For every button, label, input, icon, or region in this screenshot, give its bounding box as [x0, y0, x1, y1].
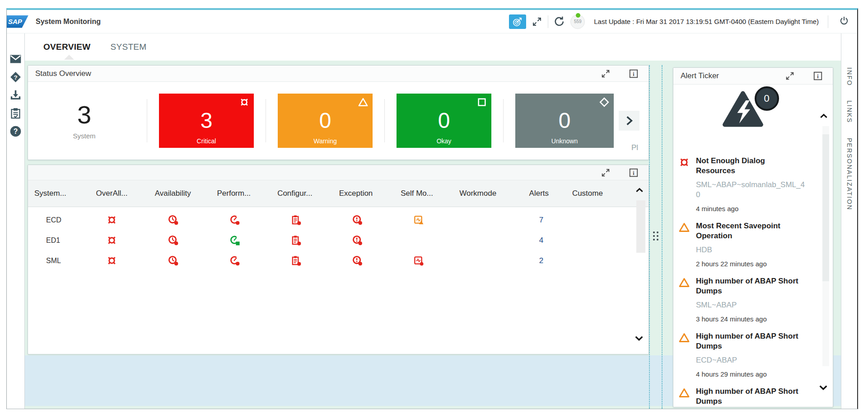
main-area: OVERVIEW SYSTEM Status Overview — [25, 33, 841, 409]
scroll-down-icon[interactable] — [817, 382, 829, 392]
tile-critical[interactable]: 3 Critical — [159, 94, 254, 148]
info-icon[interactable] — [629, 168, 639, 178]
alert-time: 4 hours 29 minutes ago — [696, 370, 806, 378]
col-availability[interactable]: Availability — [142, 189, 203, 198]
target-settings-button[interactable] — [509, 14, 526, 29]
fullscreen-icon[interactable] — [532, 16, 542, 27]
tile-unknown[interactable]: 0 Unknown — [515, 94, 614, 148]
logoff-button[interactable] — [834, 16, 854, 28]
chevron-right-icon — [623, 115, 635, 127]
table-row[interactable]: ED1 4 — [28, 230, 649, 250]
system-name[interactable]: ED1 — [28, 236, 81, 245]
configuration-status-icon[interactable] — [291, 215, 301, 225]
alert-item[interactable]: High number of ABAP Short Dumps — [679, 387, 815, 406]
help-diamond-icon[interactable] — [9, 71, 22, 83]
warning-label: Warning — [278, 137, 373, 145]
expand-panel-icon[interactable] — [785, 71, 795, 81]
tab-system[interactable]: SYSTEM — [110, 42, 146, 52]
availability-status-icon[interactable] — [168, 215, 178, 225]
configuration-status-icon[interactable] — [291, 255, 301, 266]
col-configuration[interactable]: Configur... — [264, 189, 325, 198]
panel-splitter[interactable] — [649, 65, 663, 409]
email-icon[interactable] — [9, 53, 22, 65]
overall-status-icon[interactable] — [107, 255, 117, 266]
table-scrollbar-thumb[interactable] — [636, 200, 645, 253]
tab-overview[interactable]: OVERVIEW — [43, 42, 90, 52]
col-self-monitoring[interactable]: Self Mo... — [387, 189, 448, 198]
table-row[interactable]: ECD 7 — [28, 210, 649, 230]
scroll-up-icon[interactable] — [818, 112, 829, 121]
tile-okay[interactable]: 0 Okay — [397, 94, 491, 148]
col-workmode[interactable]: Workmode — [448, 189, 509, 198]
rail-item-links[interactable]: LINKS — [846, 100, 853, 123]
unknown-label: Unknown — [515, 137, 614, 145]
tab-bar: OVERVIEW SYSTEM — [25, 33, 841, 61]
alert-severity-icon — [679, 222, 690, 233]
exception-status-icon[interactable] — [352, 255, 363, 266]
alerts-count-link[interactable]: 2 — [539, 256, 543, 265]
tile-warning[interactable]: 0 Warning — [278, 94, 373, 148]
truncated-tile-label: Pl — [631, 143, 642, 152]
alert-count-badge: 0 — [755, 86, 779, 111]
info-icon[interactable] — [629, 69, 639, 79]
tile-system[interactable]: 3 System — [33, 102, 135, 140]
system-name[interactable]: SML — [28, 257, 81, 265]
top-bar: SAP System Monitoring 559 Last Update : … — [7, 10, 857, 33]
power-icon — [839, 16, 849, 26]
scroll-up-icon[interactable] — [634, 186, 645, 195]
next-tiles-button[interactable] — [619, 111, 639, 131]
alert-summary[interactable]: 0 — [722, 89, 772, 134]
alert-item[interactable]: High number of ABAP Short Dumps SML~ABAP… — [679, 276, 815, 323]
overall-status-icon[interactable] — [107, 235, 117, 245]
scroll-down-icon[interactable] — [633, 333, 645, 343]
critical-count: 3 — [201, 110, 213, 132]
alert-item[interactable]: Most Recent Savepoint Operation HDB 2 ho… — [679, 221, 815, 268]
help-circle-icon[interactable] — [9, 125, 22, 137]
alert-source: HDB — [696, 245, 806, 255]
ticker-scrollbar-thumb[interactable] — [822, 134, 829, 281]
availability-status-icon[interactable] — [168, 235, 178, 245]
alert-item[interactable]: High number of ABAP Short Dumps ECD~ABAP… — [679, 331, 815, 378]
rail-item-info[interactable]: INFO — [846, 67, 853, 86]
col-customer[interactable]: Custome — [569, 189, 633, 198]
checklist-icon[interactable] — [9, 107, 22, 119]
performance-status-icon[interactable] — [229, 235, 240, 245]
availability-status-icon[interactable] — [168, 255, 178, 266]
info-icon[interactable] — [813, 71, 823, 81]
col-overall[interactable]: OverAll... — [81, 189, 142, 198]
alert-time: 4 minutes ago — [696, 205, 806, 212]
configuration-status-icon[interactable] — [291, 235, 301, 245]
col-exception[interactable]: Exception — [325, 189, 386, 198]
tile-separator — [503, 99, 504, 142]
expand-panel-icon[interactable] — [601, 69, 611, 79]
system-name[interactable]: ECD — [28, 216, 81, 224]
alert-item[interactable]: Not Enough Dialog Resources SML~ABAP~sol… — [679, 156, 815, 212]
rail-item-personalization[interactable]: PERSONALIZATION — [846, 138, 853, 210]
alerts-count-link[interactable]: 7 — [539, 216, 543, 225]
left-column: Status Overview 3 System — [28, 65, 649, 409]
app-title: System Monitoring — [36, 18, 101, 26]
performance-status-icon[interactable] — [229, 215, 240, 225]
col-alerts[interactable]: Alerts — [509, 189, 569, 198]
target-icon — [513, 17, 523, 27]
col-performance[interactable]: Perform... — [203, 189, 264, 198]
exception-status-icon[interactable] — [352, 235, 363, 245]
performance-status-icon[interactable] — [229, 255, 240, 266]
toolbar-divider — [548, 15, 548, 28]
self-monitoring-status-icon[interactable] — [413, 215, 424, 225]
alert-ticker-header: Alert Ticker — [673, 68, 833, 85]
col-system[interactable]: System... — [28, 189, 81, 198]
overall-status-icon[interactable] — [107, 215, 117, 225]
download-icon[interactable] — [9, 89, 22, 101]
alert-ticker-title: Alert Ticker — [681, 71, 719, 80]
alert-title: High number of ABAP Short Dumps — [696, 331, 806, 351]
exception-status-icon[interactable] — [352, 215, 363, 225]
self-monitoring-status-icon[interactable] — [413, 255, 424, 266]
alerts-count-link[interactable]: 4 — [539, 236, 543, 245]
table-row[interactable]: SML 2 — [28, 250, 649, 271]
refresh-icon[interactable] — [554, 16, 565, 27]
splitter-grip-icon[interactable] — [653, 231, 658, 241]
notification-count-badge[interactable]: 559 — [570, 14, 585, 29]
expand-panel-icon[interactable] — [601, 168, 611, 178]
alert-severity-icon — [679, 387, 690, 398]
